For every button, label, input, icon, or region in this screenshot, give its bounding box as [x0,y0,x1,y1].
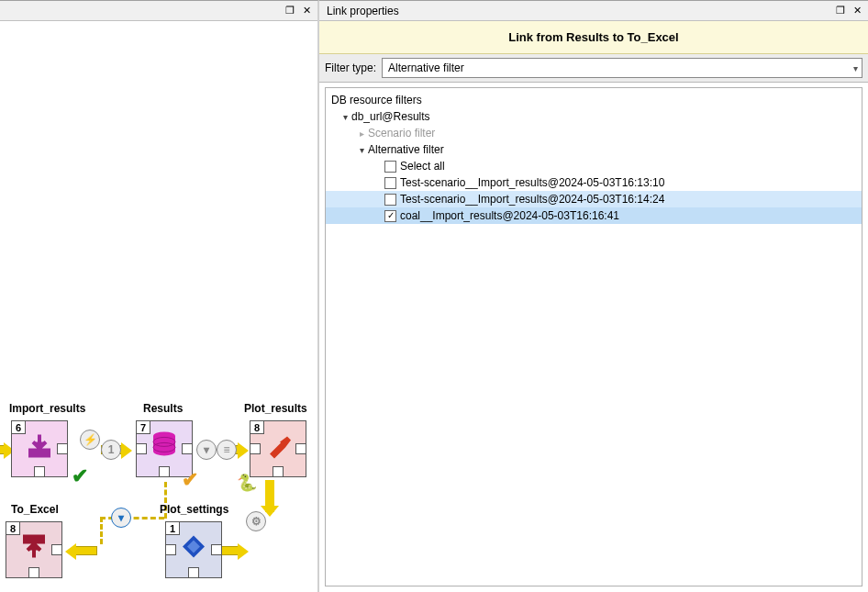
data-store-icon [180,533,207,564]
connector-slot[interactable] [57,443,68,454]
filter-option[interactable]: Select all [326,158,862,174]
design-canvas-pane: ❐ ✕ ⚡ 1 ▾ ≡ ▾ ⚙ 🐍 [0,0,319,592]
tree-item-scenario-filter[interactable]: ▸ Scenario filter [326,125,862,141]
tree-item-db-url[interactable]: ▾ db_url@Results [326,108,862,125]
filter-type-label: Filter type: [325,61,376,74]
chevron-down-icon[interactable]: ▾ [339,112,351,122]
close-icon[interactable]: ✕ [299,4,314,18]
database-icon [150,430,178,463]
filter-tree[interactable]: DB resource filters ▾ db_url@Results ▸ S… [325,87,862,586]
chevron-right-icon[interactable]: ▸ [355,128,368,139]
design-canvas[interactable]: ⚡ 1 ▾ ≡ ▾ ⚙ 🐍 Import_results 6 ✔ [0,21,317,592]
float-icon[interactable]: ❐ [833,4,848,18]
tree-root: DB resource filters [326,92,862,108]
connector-slot[interactable] [295,443,306,454]
import-tool-icon [26,432,53,463]
lightning-icon[interactable]: ⚡ [80,430,100,450]
filter-funnel-icon[interactable]: ▾ [111,508,131,528]
connector-slot[interactable] [182,443,193,454]
link-line-dashed [100,517,103,544]
connector-slot[interactable] [28,567,39,578]
filter-option-label: Select all [400,160,445,173]
node-import-results[interactable]: Import_results 6 ✔ [11,420,68,477]
checkbox[interactable] [384,210,396,222]
list-icon[interactable]: ≡ [217,440,237,460]
rank-label: 8 [6,521,20,535]
filter-option[interactable]: Test-scenario__Import_results@2024-05-03… [326,191,862,207]
node-plot-settings[interactable]: Plot_settings 1 [165,521,222,578]
link-banner: Link from Results to To_Excel [319,21,868,54]
export-tool-icon [20,533,48,564]
connector-slot[interactable] [250,443,261,454]
gear-icon[interactable]: ⚙ [246,511,266,531]
connector-slot[interactable] [211,544,222,555]
link-arrow[interactable] [75,546,97,555]
chevron-down-icon[interactable]: ▾ [355,145,368,155]
hammer-tool-icon [264,432,292,463]
connector-slot[interactable] [51,544,62,555]
connector-slot[interactable] [34,466,45,477]
node-title: To_Excel [11,503,59,516]
filter-option-label: coal__Import_results@2024-05-03T16:16:41 [400,209,619,222]
node-results[interactable]: Results 7 ✔ [136,420,193,477]
close-icon[interactable]: ✕ [850,4,864,18]
status-check-icon: ✔ [72,464,88,488]
chevron-down-icon: ▾ [853,63,858,73]
filter-funnel-icon[interactable]: ▾ [196,440,217,460]
status-check-icon: ✔ [182,468,198,492]
checkbox[interactable] [384,161,396,173]
filter-type-select[interactable]: Alternative filter ▾ [382,58,862,78]
filter-option[interactable]: Test-scenario__Import_results@2024-05-03… [326,174,862,191]
node-to-excel[interactable]: To_Excel 8 [6,521,62,578]
rank-label: 1 [165,521,180,535]
rank-label: 6 [11,420,26,434]
connector-slot[interactable] [165,544,176,555]
node-plot-results[interactable]: Plot_results 8 [250,420,306,477]
filter-option[interactable]: coal__Import_results@2024-05-03T16:16:41 [326,207,862,224]
connector-slot[interactable] [136,443,147,454]
tree-item-alternative-filter[interactable]: ▾ Alternative filter [326,141,862,158]
node-title: Plot_settings [160,503,228,516]
link-properties-pane: Link properties ❐ ✕ Link from Results to… [319,0,868,592]
right-pane-header: Link properties ❐ ✕ [319,1,868,21]
filter-type-value: Alternative filter [388,61,464,74]
rank-badge-1-icon[interactable]: 1 [101,440,121,460]
link-arrow[interactable] [220,546,239,555]
filter-type-row: Filter type: Alternative filter ▾ [319,54,868,83]
filter-option-label: Test-scenario__Import_results@2024-05-03… [400,176,664,189]
node-title: Plot_results [244,402,307,415]
checkbox[interactable] [384,194,396,206]
link-line-dashed [100,517,164,519]
filter-option-label: Test-scenario__Import_results@2024-05-03… [400,193,664,206]
left-pane-header: ❐ ✕ [0,1,317,21]
rank-label: 8 [250,420,264,434]
node-title: Results [143,402,183,415]
link-arrow[interactable] [0,445,5,454]
checkbox[interactable] [384,177,396,189]
rank-label: 7 [136,420,150,434]
float-icon[interactable]: ❐ [283,4,297,18]
connector-slot[interactable] [188,567,199,578]
node-title: Import_results [9,402,85,415]
pane-title: Link properties [323,5,399,17]
connector-slot[interactable] [273,466,284,477]
connector-slot[interactable] [159,466,170,477]
